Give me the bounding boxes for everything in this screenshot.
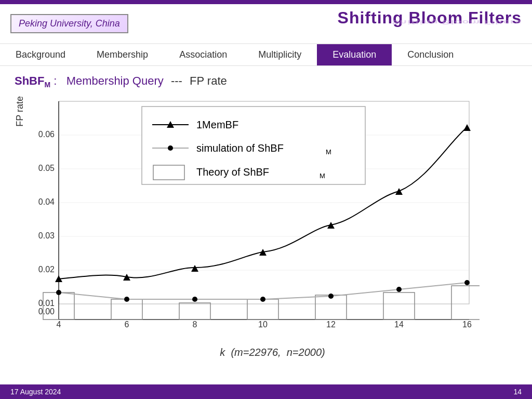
nav-item-membership[interactable]: Membership: [81, 44, 164, 65]
svg-text:0.02: 0.02: [38, 265, 55, 274]
footer-bar: 17 August 2024 14: [0, 384, 532, 399]
footer-page: 14: [513, 388, 522, 396]
nav-item-background[interactable]: Background: [0, 44, 81, 65]
svg-point-33: [260, 297, 265, 302]
logo: Peking University, China: [10, 14, 128, 33]
svg-text:0.06: 0.06: [38, 130, 55, 139]
svg-text:0.00: 0.00: [38, 307, 55, 316]
svg-text:8: 8: [193, 320, 197, 329]
svg-text:12: 12: [326, 320, 336, 329]
shbf-sub: M: [44, 81, 50, 89]
page-content: ShBFM : Membership Query --- FP rate FP …: [0, 66, 532, 358]
chart-container: FP rate 0.06 0.05 0.04 0.03: [15, 96, 517, 358]
page-subtitle: ShBFM : Membership Query --- FP rate: [15, 74, 517, 89]
nav-item-association[interactable]: Association: [164, 44, 243, 65]
svg-point-32: [192, 297, 197, 302]
chart-svg: 0.06 0.05 0.04 0.03 0.02 0.01 0.00 4 6 8…: [28, 96, 480, 345]
svg-text:simulation of ShBF: simulation of ShBF: [196, 142, 284, 154]
svg-text:10: 10: [258, 320, 268, 329]
svg-point-36: [464, 280, 470, 285]
nav-item-evaluation[interactable]: Evaluation: [317, 44, 392, 65]
title-box: Shifting Bloom Filters Shifting Bloom Fi…: [338, 8, 522, 39]
fp-label: FP rate: [190, 74, 227, 87]
title-reflection: Shifting Bloom Filters: [338, 19, 522, 25]
shbf-label: ShBFM: [15, 74, 50, 87]
top-bar: [0, 0, 532, 4]
svg-point-31: [124, 297, 129, 302]
svg-text:1MemBF: 1MemBF: [196, 119, 238, 130]
svg-text:Theory of ShBF: Theory of ShBF: [196, 166, 269, 178]
x-axis-label: k (m=22976, n=2000): [28, 347, 517, 358]
svg-text:0.01: 0.01: [38, 299, 55, 308]
svg-point-30: [56, 290, 61, 295]
dashes: ---: [171, 74, 185, 87]
svg-rect-25: [179, 303, 210, 320]
query-label: Membership Query: [66, 74, 164, 87]
nav-bar: Background Membership Association Multip…: [0, 44, 532, 66]
svg-text:M: M: [320, 172, 325, 180]
nav-item-multiplicity[interactable]: Multiplicity: [243, 44, 317, 65]
svg-text:16: 16: [462, 320, 472, 329]
svg-point-34: [328, 294, 334, 299]
svg-text:0.04: 0.04: [38, 197, 55, 206]
svg-text:0.05: 0.05: [38, 164, 55, 172]
svg-point-49: [168, 145, 173, 151]
chart-area: 0.06 0.05 0.04 0.03 0.02 0.01 0.00 4 6 8…: [28, 96, 517, 358]
header: Peking University, China Shifting Bloom …: [0, 4, 532, 44]
svg-text:6: 6: [125, 320, 129, 329]
svg-text:14: 14: [394, 320, 404, 329]
footer-date: 17 August 2024: [10, 388, 61, 396]
svg-text:M: M: [326, 148, 331, 156]
y-axis-label: FP rate: [15, 96, 25, 158]
svg-point-35: [396, 287, 402, 292]
svg-text:4: 4: [57, 320, 61, 329]
nav-item-conclusion[interactable]: Conclusion: [392, 44, 469, 65]
svg-text:0.03: 0.03: [38, 231, 55, 240]
colon: :: [54, 74, 66, 87]
